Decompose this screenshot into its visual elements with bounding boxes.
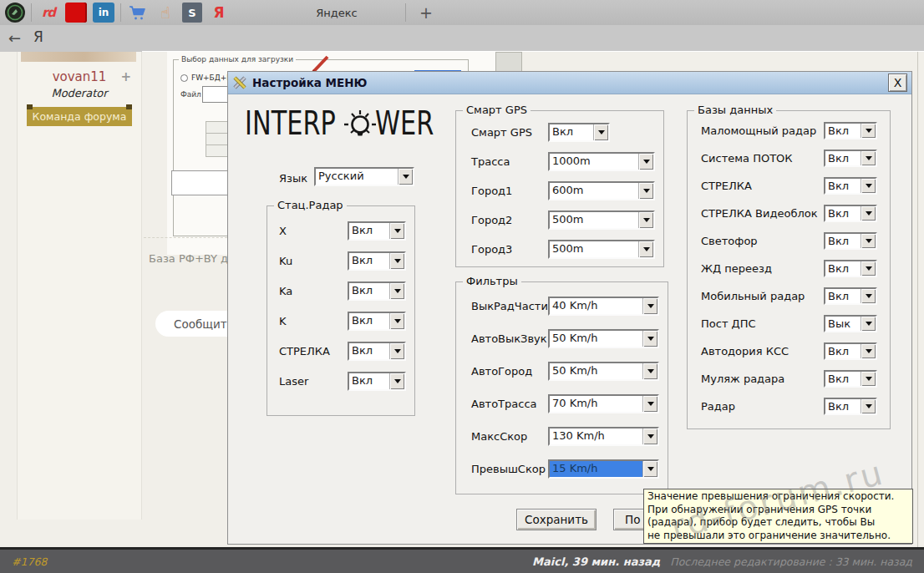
dropdown-value: 500m [550,212,638,228]
dropdown-arrow-icon[interactable] [398,169,413,185]
setting-dropdown[interactable]: 500m [548,210,655,230]
setting-dropdown[interactable]: Вкл [548,123,610,142]
bg-file-label: Файл [180,90,201,99]
setting-label: Смарт GPS [471,126,548,139]
dropdown-arrow-icon[interactable] [389,313,404,329]
browser-logo-icon[interactable] [5,3,25,23]
follow-plus-button[interactable]: + [120,69,131,84]
dropdown-arrow-icon[interactable] [389,283,404,299]
setting-label: АвтоТрасса [471,398,548,410]
setting-dropdown[interactable]: Вкл [824,260,877,277]
setting-dropdown[interactable]: Вкл [348,251,406,271]
setting-dropdown[interactable]: Вкл [824,398,877,415]
setting-dropdown[interactable]: Вкл [824,370,877,388]
dropdown-value: 50 Km/h [550,363,642,379]
dropdown-arrow-icon[interactable] [593,124,608,140]
setting-dropdown[interactable]: Вык [824,315,877,332]
dialog-titlebar[interactable]: Настройка МЕНЮ X [228,72,911,94]
dropdown-arrow-icon[interactable] [638,212,653,228]
dropdown-arrow-icon[interactable] [861,399,876,413]
setting-label: ЖД переезд [701,262,824,275]
dropdown-arrow-icon[interactable] [389,373,404,389]
setting-dropdown[interactable]: 500m [548,240,655,259]
setting-dropdown[interactable]: Вкл [824,122,877,139]
dropdown-arrow-icon[interactable] [642,428,657,444]
setting-dropdown[interactable]: Вкл [824,205,877,222]
dropdown-arrow-icon[interactable] [861,206,876,221]
dropdown-arrow-icon[interactable] [861,151,876,165]
dropdown-arrow-icon[interactable] [638,154,653,170]
setting-dropdown[interactable]: Вкл [348,342,406,361]
dropdown-arrow-icon[interactable] [642,298,657,314]
new-tab-button[interactable]: + [415,3,437,22]
setting-dropdown[interactable]: Вкл [824,287,877,305]
dropdown-arrow-icon[interactable] [642,461,657,477]
reply-button[interactable]: Сообщить [155,311,232,337]
cart-icon[interactable] [127,3,149,23]
setting-dropdown[interactable]: Вкл [824,342,877,360]
username-link[interactable]: vovan11 [53,69,107,84]
group-smart-gps: Смарт GPS Смарт GPSВклТрасса1000mГород16… [455,110,664,267]
setting-dropdown[interactable]: 40 Km/h [548,297,659,316]
setting-dropdown[interactable]: Вкл [348,312,406,331]
yandex-brand-letter[interactable]: Я [33,28,43,45]
dropdown-arrow-icon[interactable] [861,234,876,248]
setting-row: ВыкРадЧасти40 Km/h [471,297,659,316]
dropdown-arrow-icon[interactable] [861,261,876,276]
dropdown-arrow-icon[interactable] [638,183,653,199]
divider [405,3,406,22]
dropdown-arrow-icon[interactable] [861,289,876,303]
setting-row: ПревышСкор15 Km/h [471,459,659,479]
setting-dropdown[interactable]: Вкл [348,281,406,301]
dropdown-arrow-icon[interactable] [861,344,876,358]
setting-dropdown[interactable]: Вкл [348,372,406,391]
close-button[interactable]: X [888,74,907,92]
rd-forum-icon[interactable]: rd [38,3,59,23]
interpower-logo: INTERP WER [245,105,439,140]
setting-dropdown[interactable]: 1000m [548,152,655,171]
forum-page: vovan11 + Moderator Команда форума Выбор… [0,52,924,547]
setting-dropdown[interactable]: 50 Km/h [548,329,659,348]
bg-gray-box [495,52,522,72]
dropdown-arrow-icon[interactable] [861,372,876,386]
hand-pointer-icon[interactable]: ☝ [155,3,176,23]
avatar[interactable] [21,52,136,62]
post-number-link[interactable]: #1768 [12,555,47,568]
setting-dropdown[interactable]: 600m [548,181,655,200]
back-button[interactable]: ← [8,29,21,47]
setting-dropdown[interactable]: 130 Km/h [548,427,659,446]
setting-label: Светофор [701,235,824,247]
dropdown-arrow-icon[interactable] [642,331,657,347]
active-tab-title[interactable]: Яндекс [274,7,399,19]
dropdown-arrow-icon[interactable] [389,223,404,239]
language-label: Язык [279,172,307,185]
setting-dropdown[interactable]: Вкл [824,150,877,167]
s-app-icon[interactable]: S [182,3,202,23]
setting-dropdown[interactable]: Вкл [348,221,406,241]
dropdown-arrow-icon[interactable] [389,253,404,269]
setting-dropdown[interactable]: Вкл [824,177,877,195]
save-button[interactable]: Сохранить [516,509,597,530]
setting-label: Радар [701,400,824,413]
bg-input-box [171,170,233,195]
dropdown-arrow-icon[interactable] [861,124,876,138]
dropdown-value: Вкл [825,289,861,303]
red-square-icon[interactable] [65,3,87,23]
setting-dropdown[interactable]: Вкл [824,232,877,250]
setting-label: Город2 [471,214,548,226]
linkedin-icon[interactable]: in [93,3,114,23]
yandex-icon[interactable]: Я [208,3,230,23]
setting-row: Мобильный радарВкл [701,287,881,305]
setting-dropdown[interactable]: 15 Km/h [548,459,659,479]
dropdown-arrow-icon[interactable] [861,317,876,331]
language-dropdown[interactable]: Русский [314,167,414,186]
dropdown-arrow-icon[interactable] [638,241,653,257]
dropdown-arrow-icon[interactable] [389,343,404,359]
dropdown-arrow-icon[interactable] [642,396,657,412]
dropdown-arrow-icon[interactable] [642,363,657,379]
setting-dropdown[interactable]: 50 Km/h [548,362,659,381]
dropdown-value: 15 Km/h [550,461,642,477]
dropdown-arrow-icon[interactable] [861,179,876,193]
setting-label: ВыкРадЧасти [471,300,548,312]
setting-dropdown[interactable]: 70 Km/h [548,394,659,413]
